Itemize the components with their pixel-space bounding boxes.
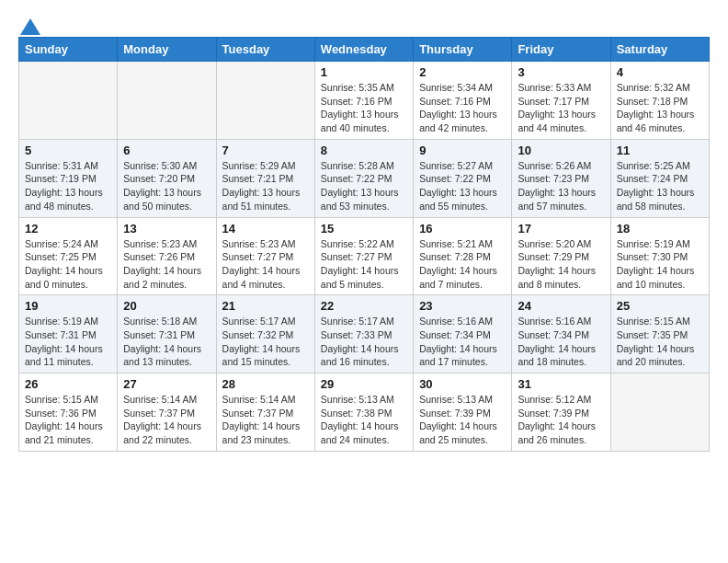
day-number: 12 [25,222,111,236]
calendar-cell: 9Sunrise: 5:27 AM Sunset: 7:22 PM Daylig… [414,139,512,217]
day-number: 29 [321,377,407,391]
day-number: 6 [123,144,210,157]
cell-content: Sunrise: 5:17 AM Sunset: 7:33 PM Dayligh… [321,315,407,369]
day-number: 4 [617,65,703,79]
calendar-cell: 28Sunrise: 5:14 AM Sunset: 7:37 PM Dayli… [216,373,314,452]
calendar-week-row: 5Sunrise: 5:31 AM Sunset: 7:19 PM Daylig… [19,139,710,217]
cell-content: Sunrise: 5:19 AM Sunset: 7:31 PM Dayligh… [25,315,111,369]
calendar-cell: 5Sunrise: 5:31 AM Sunset: 7:19 PM Daylig… [19,139,118,217]
cell-content: Sunrise: 5:17 AM Sunset: 7:32 PM Dayligh… [222,315,309,369]
cell-content: Sunrise: 5:14 AM Sunset: 7:37 PM Dayligh… [123,393,210,447]
day-number: 2 [419,65,506,79]
cell-content: Sunrise: 5:15 AM Sunset: 7:36 PM Dayligh… [25,393,111,447]
calendar-cell [19,62,118,140]
day-number: 11 [617,144,703,157]
cell-content: Sunrise: 5:25 AM Sunset: 7:24 PM Dayligh… [617,159,703,213]
calendar-cell: 22Sunrise: 5:17 AM Sunset: 7:33 PM Dayli… [314,295,413,373]
day-number: 13 [123,222,210,236]
day-number: 3 [518,65,604,79]
calendar-cell: 17Sunrise: 5:20 AM Sunset: 7:29 PM Dayli… [512,217,610,295]
calendar-cell: 13Sunrise: 5:23 AM Sunset: 7:26 PM Dayli… [118,217,216,295]
calendar-cell [216,62,314,140]
cell-content: Sunrise: 5:26 AM Sunset: 7:23 PM Dayligh… [518,159,604,213]
calendar-cell: 23Sunrise: 5:16 AM Sunset: 7:34 PM Dayli… [414,295,512,373]
calendar-cell: 15Sunrise: 5:22 AM Sunset: 7:27 PM Dayli… [314,217,413,295]
cell-content: Sunrise: 5:31 AM Sunset: 7:19 PM Dayligh… [25,159,111,213]
calendar-cell: 16Sunrise: 5:21 AM Sunset: 7:28 PM Dayli… [414,217,512,295]
day-number: 27 [123,377,210,391]
cell-content: Sunrise: 5:24 AM Sunset: 7:25 PM Dayligh… [25,237,111,292]
calendar-cell: 2Sunrise: 5:34 AM Sunset: 7:16 PM Daylig… [414,62,512,140]
cell-content: Sunrise: 5:16 AM Sunset: 7:34 PM Dayligh… [518,315,604,369]
cell-content: Sunrise: 5:28 AM Sunset: 7:22 PM Dayligh… [321,159,407,213]
weekday-header-saturday: Saturday [610,38,709,62]
weekday-header-thursday: Thursday [414,38,512,62]
day-number: 10 [518,144,604,157]
calendar-cell: 25Sunrise: 5:15 AM Sunset: 7:35 PM Dayli… [610,295,709,373]
calendar-week-row: 1Sunrise: 5:35 AM Sunset: 7:16 PM Daylig… [19,62,710,140]
calendar-cell: 26Sunrise: 5:15 AM Sunset: 7:36 PM Dayli… [19,373,118,452]
day-number: 21 [222,299,309,313]
calendar-cell: 4Sunrise: 5:32 AM Sunset: 7:18 PM Daylig… [610,62,709,140]
logo-icon [20,18,40,35]
cell-content: Sunrise: 5:34 AM Sunset: 7:16 PM Dayligh… [419,81,506,135]
weekday-header-tuesday: Tuesday [216,38,314,62]
cell-content: Sunrise: 5:15 AM Sunset: 7:35 PM Dayligh… [617,315,703,369]
calendar-cell: 8Sunrise: 5:28 AM Sunset: 7:22 PM Daylig… [314,139,413,217]
day-number: 28 [222,377,309,391]
day-number: 17 [518,222,604,236]
day-number: 5 [25,144,111,157]
day-number: 16 [419,222,506,236]
day-number: 19 [25,299,111,313]
day-number: 20 [123,299,210,313]
day-number: 24 [518,299,604,313]
cell-content: Sunrise: 5:19 AM Sunset: 7:30 PM Dayligh… [617,237,703,292]
calendar-cell: 21Sunrise: 5:17 AM Sunset: 7:32 PM Dayli… [216,295,314,373]
cell-content: Sunrise: 5:23 AM Sunset: 7:26 PM Dayligh… [123,237,210,292]
cell-content: Sunrise: 5:20 AM Sunset: 7:29 PM Dayligh… [518,237,604,292]
calendar-cell: 12Sunrise: 5:24 AM Sunset: 7:25 PM Dayli… [19,217,118,295]
day-number: 1 [321,65,407,79]
day-number: 14 [222,222,309,236]
day-number: 23 [419,299,506,313]
calendar-cell [610,373,709,452]
calendar-cell: 1Sunrise: 5:35 AM Sunset: 7:16 PM Daylig… [314,62,413,140]
calendar-cell: 14Sunrise: 5:23 AM Sunset: 7:27 PM Dayli… [216,217,314,295]
cell-content: Sunrise: 5:32 AM Sunset: 7:18 PM Dayligh… [617,81,703,135]
calendar-week-row: 19Sunrise: 5:19 AM Sunset: 7:31 PM Dayli… [19,295,710,373]
calendar-cell: 27Sunrise: 5:14 AM Sunset: 7:37 PM Dayli… [118,373,216,452]
weekday-header-monday: Monday [118,38,216,62]
svg-marker-0 [20,18,40,35]
day-number: 15 [321,222,407,236]
calendar-cell: 10Sunrise: 5:26 AM Sunset: 7:23 PM Dayli… [512,139,610,217]
calendar-cell: 29Sunrise: 5:13 AM Sunset: 7:38 PM Dayli… [314,373,413,452]
cell-content: Sunrise: 5:18 AM Sunset: 7:31 PM Dayligh… [123,315,210,369]
calendar-cell: 31Sunrise: 5:12 AM Sunset: 7:39 PM Dayli… [512,373,610,452]
weekday-header-row: SundayMondayTuesdayWednesdayThursdayFrid… [19,38,710,62]
cell-content: Sunrise: 5:33 AM Sunset: 7:17 PM Dayligh… [518,81,604,135]
cell-content: Sunrise: 5:35 AM Sunset: 7:16 PM Dayligh… [321,81,407,135]
cell-content: Sunrise: 5:13 AM Sunset: 7:38 PM Dayligh… [321,393,407,447]
day-number: 8 [321,144,407,157]
calendar-table: SundayMondayTuesdayWednesdayThursdayFrid… [18,37,710,452]
cell-content: Sunrise: 5:27 AM Sunset: 7:22 PM Dayligh… [419,159,506,213]
day-number: 31 [518,377,604,391]
calendar-cell: 3Sunrise: 5:33 AM Sunset: 7:17 PM Daylig… [512,62,610,140]
day-number: 30 [419,377,506,391]
calendar-cell: 24Sunrise: 5:16 AM Sunset: 7:34 PM Dayli… [512,295,610,373]
weekday-header-wednesday: Wednesday [314,38,413,62]
cell-content: Sunrise: 5:16 AM Sunset: 7:34 PM Dayligh… [419,315,506,369]
calendar-cell: 11Sunrise: 5:25 AM Sunset: 7:24 PM Dayli… [610,139,709,217]
calendar-cell [118,62,216,140]
day-number: 18 [617,222,703,236]
weekday-header-sunday: Sunday [19,38,118,62]
logo [18,18,40,31]
calendar-week-row: 12Sunrise: 5:24 AM Sunset: 7:25 PM Dayli… [19,217,710,295]
cell-content: Sunrise: 5:14 AM Sunset: 7:37 PM Dayligh… [222,393,309,447]
cell-content: Sunrise: 5:13 AM Sunset: 7:39 PM Dayligh… [419,393,506,447]
day-number: 9 [419,144,506,157]
calendar-cell: 30Sunrise: 5:13 AM Sunset: 7:39 PM Dayli… [414,373,512,452]
calendar-cell: 7Sunrise: 5:29 AM Sunset: 7:21 PM Daylig… [216,139,314,217]
page-header [18,18,710,31]
calendar-cell: 20Sunrise: 5:18 AM Sunset: 7:31 PM Dayli… [118,295,216,373]
